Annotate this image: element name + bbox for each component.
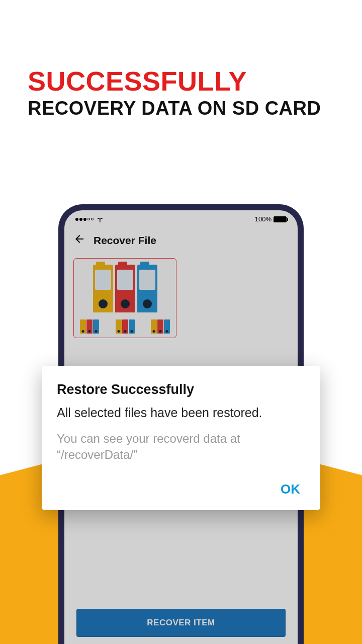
app-header: Recover File [64, 226, 298, 255]
battery-icon [274, 216, 287, 222]
statusbar: 100% [64, 210, 298, 226]
dialog-title: Restore Successfully [57, 382, 305, 397]
back-icon[interactable] [73, 233, 85, 248]
folder-thumbnails [78, 319, 172, 334]
ok-button[interactable]: OK [276, 478, 305, 500]
folder-card-selected[interactable] [73, 258, 176, 338]
content-area [64, 255, 298, 341]
wifi-icon [97, 216, 104, 223]
promo-heading: SUCCESSFULLY RECOVERY DATA ON SD CARD [28, 65, 334, 119]
signal-dots-icon [75, 218, 94, 221]
promo-line1: SUCCESSFULLY [28, 65, 334, 97]
dialog-path-hint: You can see your recoverd data at “/reco… [57, 431, 305, 463]
screen-title: Recover File [94, 234, 156, 247]
promo-line2: RECOVERY DATA ON SD CARD [28, 98, 334, 119]
binders-icon [78, 265, 172, 312]
restore-success-dialog: Restore Successfully All selected files … [42, 366, 320, 510]
battery-percent: 100% [255, 215, 272, 223]
recover-item-button[interactable]: RECOVER ITEM [76, 609, 286, 637]
dialog-message: All selected files have been restored. [57, 405, 305, 422]
